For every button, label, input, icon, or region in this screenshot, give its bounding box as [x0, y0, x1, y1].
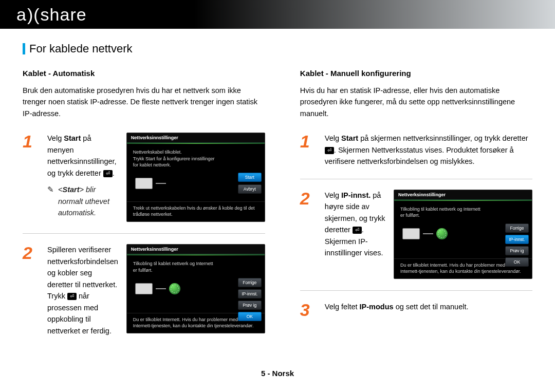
- step-text: Velg Start på menyen nettverksinnstillin…: [47, 134, 117, 177]
- sub-title-auto: Kablet - Automatisk: [23, 69, 265, 78]
- step-number: 1: [23, 132, 32, 151]
- step-text-2: Trykk når prosessen med oppkobling til n…: [47, 290, 118, 337]
- header-bar: a)(share: [0, 0, 555, 29]
- screenshot-msg: Tilkobling til kablet nettverk og Intern…: [133, 260, 218, 273]
- step-right-3: 3 Velg feltet IP-modus og sett det til m…: [300, 299, 532, 322]
- ip-button[interactable]: IP-innst.: [238, 289, 262, 298]
- divider: [300, 179, 532, 179]
- step-hint: ✎ <Start> blir normalt uthevet automatis…: [47, 184, 118, 218]
- step-text: Velg feltet IP-modus og sett det til man…: [325, 301, 532, 319]
- pencil-icon: ✎: [47, 184, 54, 195]
- section-title-text: For kablede nettverk: [29, 42, 133, 55]
- globe-icon: [436, 228, 448, 239]
- enter-icon: [67, 293, 77, 300]
- router-icon: [402, 228, 420, 239]
- intro-right: Hvis du har en statisk IP-adresse, eller…: [300, 85, 532, 119]
- section-title: For kablede nettverk: [23, 42, 532, 55]
- logo-glyph: )(: [27, 5, 40, 25]
- step-left-1: 1 Velg Start på menyen nettverksinnstill…: [23, 130, 265, 225]
- step-number: 2: [23, 243, 32, 263]
- screenshot-title: Nettverksinnstillinger: [127, 133, 265, 143]
- screenshot-lowmsg: Trekk ut nettverkskabelen hvis du ønsker…: [127, 201, 265, 221]
- step-right-2: 2 Velg IP-innst. på høyre side av skjerm…: [300, 188, 532, 282]
- intro-left: Bruk den automatiske prosedyren hvis du …: [23, 85, 265, 119]
- screenshot-auto-1: Nettverksinnstillinger Nettverkskabel ti…: [126, 133, 265, 222]
- sub-title-manual: Kablet - Manuell konfigurering: [300, 69, 532, 78]
- start-button[interactable]: Start: [238, 173, 262, 182]
- screenshot-manual-2: Nettverksinnstillinger Tilkobling til ka…: [394, 190, 532, 279]
- ok-button[interactable]: OK: [505, 257, 529, 267]
- screenshot-msg: Nettverkskabel tilkoblet. Trykk Start fo…: [133, 149, 218, 167]
- step-left-2: 2 Spilleren verifiserer nettverksforbind…: [23, 242, 265, 340]
- divider: [23, 233, 265, 234]
- enter-icon: [353, 227, 362, 234]
- logo: a)(share: [16, 5, 87, 25]
- logo-left: a: [16, 5, 27, 24]
- globe-icon: [169, 283, 180, 294]
- step-text: Velg IP-innst. på høyre side av skjermen…: [325, 190, 385, 279]
- screenshot-msg: Tilkobling til kablet nettverk og Intern…: [400, 206, 485, 218]
- step-text: Spilleren verifiserer nettverksforbindel…: [47, 244, 118, 290]
- cable-icon: [156, 288, 166, 289]
- cancel-button[interactable]: Avbryt: [238, 184, 262, 194]
- step-number: 1: [300, 132, 310, 151]
- divider: [300, 290, 532, 291]
- router-icon: [135, 178, 153, 189]
- step-number: 2: [300, 189, 310, 208]
- logo-right: share: [41, 5, 87, 24]
- accent-bar-icon: [23, 43, 25, 54]
- column-right: Kablet - Manuell konfigurering Hvis du h…: [300, 69, 532, 340]
- ok-button[interactable]: OK: [238, 312, 262, 321]
- retry-button[interactable]: Prøv ig: [505, 246, 529, 255]
- screenshot-auto-2: Nettverksinnstillinger Tilkobling til ka…: [126, 244, 265, 333]
- cable-icon: [156, 183, 166, 184]
- enter-icon: [325, 147, 334, 154]
- screenshot-title: Nettverksinnstillinger: [394, 190, 532, 200]
- router-icon: [135, 283, 153, 294]
- ip-button[interactable]: IP-innst.: [505, 235, 529, 244]
- step-right-1: 1 Velg Start på skjermen nettverksinnsti…: [300, 130, 532, 170]
- prev-button[interactable]: Forrige: [505, 223, 529, 233]
- step-text: Velg Start på skjermen nettverksinnstill…: [325, 134, 528, 165]
- retry-button[interactable]: Prøv ig: [238, 301, 262, 310]
- prev-button[interactable]: Forrige: [238, 278, 262, 287]
- cable-icon: [423, 233, 433, 234]
- page-footer: 5 - Norsk: [0, 369, 555, 378]
- step-number: 3: [300, 300, 310, 320]
- column-left: Kablet - Automatisk Bruk den automatiske…: [23, 69, 265, 340]
- enter-icon: [103, 170, 113, 177]
- screenshot-title: Nettverksinnstillinger: [127, 245, 265, 255]
